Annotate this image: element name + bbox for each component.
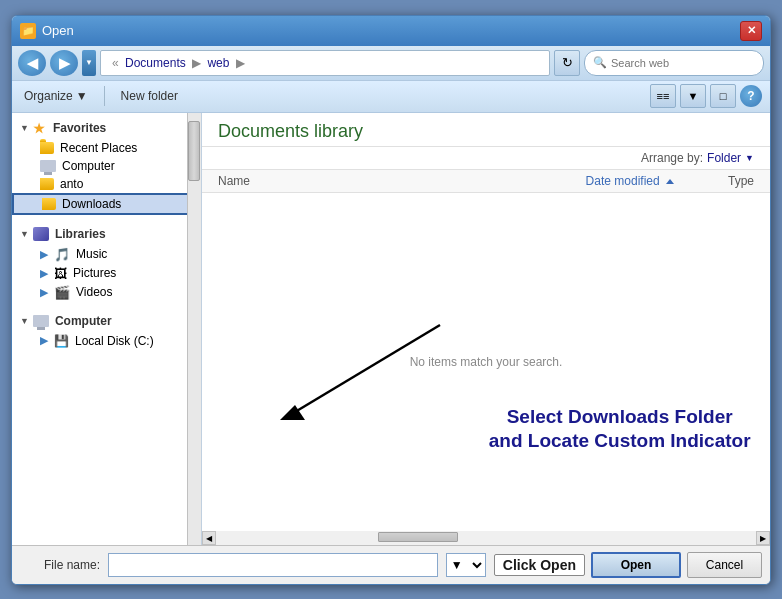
pictures-icon: 🖼 [54,266,67,281]
annotation-line1: Select Downloads Folder [470,405,770,430]
favorites-chevron: ▼ [20,123,29,133]
organize-label: Organize [24,89,73,103]
sidebar-item-anto[interactable]: anto [12,175,201,193]
back-icon: ◀ [27,55,38,71]
music-icon: 🎵 [54,247,70,262]
scroll-track[interactable] [216,531,756,545]
col-name-header[interactable]: Name [218,174,514,188]
sidebar-item-recent-places[interactable]: Recent Places [12,139,201,157]
path-web: web [207,56,229,70]
local-disk-label: Local Disk (C:) [75,334,154,348]
scroll-left-button[interactable]: ◀ [202,531,216,545]
annotation-container: Select Downloads Folder and Locate Custo… [470,325,770,454]
sidebar-libraries-header[interactable]: ▼ Libraries [12,223,201,245]
sidebar-item-pictures[interactable]: ▶ 🖼 Pictures [12,264,201,283]
sort-indicator [666,179,674,184]
path-documents: Documents [122,56,186,70]
computer-section-icon [33,315,49,327]
back-button[interactable]: ◀ [18,50,46,76]
col-type-header[interactable]: Type [674,174,754,188]
toolbar: Organize ▼ New folder ≡≡ ▼ □ ? [12,81,770,113]
sidebar-item-downloads[interactable]: Downloads [12,193,201,215]
sidebar-computer-header[interactable]: ▼ Computer [12,310,201,332]
main-content: ▼ ★ Favorites Recent Places Computer ant… [12,113,770,545]
address-bar: ◀ ▶ ▼ « Documents ▶ web ▶ ↻ 🔍 [12,46,770,81]
scroll-right-button[interactable]: ▶ [756,531,770,545]
address-path[interactable]: « Documents ▶ web ▶ [100,50,550,76]
sidebar-item-computer[interactable]: Computer [12,157,201,175]
libraries-icon [33,227,49,241]
horizontal-scrollbar[interactable]: ◀ ▶ [202,531,770,545]
computer-section-label: Computer [55,314,112,328]
scroll-thumb[interactable] [378,532,458,542]
view-button-list[interactable]: ≡≡ [650,84,676,108]
content-header: Documents library [202,113,770,147]
libraries-label: Libraries [55,227,106,241]
search-box[interactable]: 🔍 [584,50,764,76]
videos-icon: 🎬 [54,285,70,300]
libraries-chevron: ▼ [20,229,29,239]
open-button[interactable]: Open [591,552,681,578]
annotation-line2: and Locate Custom Indicator [470,429,770,454]
path-prefix: « [112,56,119,70]
sidebar: ▼ ★ Favorites Recent Places Computer ant… [12,113,202,545]
filename-input[interactable] [108,553,438,577]
svg-line-0 [290,325,440,415]
close-button[interactable]: ✕ [740,21,762,41]
new-folder-label: New folder [121,89,178,103]
refresh-icon: ↻ [562,55,573,70]
content-body: No items match your search. Select Downl… [202,193,770,531]
help-button[interactable]: ? [740,85,762,107]
dialog-title: Open [42,23,740,38]
sidebar-scrollbar[interactable] [187,113,201,545]
view-dropdown-icon: ▼ [688,90,699,102]
anto-folder-icon [40,178,54,190]
path-sep2: ▶ [232,56,244,70]
bottom-bar: File name: ▼ Click Open Open Cancel [12,545,770,584]
forward-icon: ▶ [59,55,70,71]
search-icon: 🔍 [593,56,607,69]
title-bar: 📁 Open ✕ [12,16,770,46]
file-type-select[interactable]: ▼ [446,553,486,577]
open-dialog: 📁 Open ✕ ◀ ▶ ▼ « Documents ▶ web ▶ ↻ 🔍 [11,15,771,585]
pictures-expand-chevron: ▶ [40,267,48,280]
downloads-folder-icon [42,198,56,210]
music-expand-chevron: ▶ [40,248,48,261]
column-headers: Name Date modified Type [202,170,770,193]
favorites-label: Favorites [53,121,106,135]
sidebar-item-music[interactable]: ▶ 🎵 Music [12,245,201,264]
forward-button[interactable]: ▶ [50,50,78,76]
filename-label: File name: [20,558,100,572]
toolbar-separator [104,86,105,106]
organize-button[interactable]: Organize ▼ [20,87,92,105]
arrange-dropdown-icon[interactable]: ▼ [745,153,754,163]
annotation-arrow [260,305,480,435]
library-title: Documents library [218,121,363,141]
toolbar-right: ≡≡ ▼ □ ? [650,84,762,108]
refresh-button[interactable]: ↻ [554,50,580,76]
local-disk-icon: 💾 [54,334,69,348]
search-input[interactable] [611,57,731,69]
arrange-label: Arrange by: [641,151,703,165]
videos-expand-chevron: ▶ [40,286,48,299]
window-view-icon: □ [720,90,727,102]
anto-label: anto [60,177,83,191]
path-sep1: ▶ [189,56,205,70]
organize-dropdown-icon: ▼ [76,89,88,103]
click-open-label: Click Open [494,554,585,576]
col-date-header: Date modified [514,174,674,188]
view-button-window[interactable]: □ [710,84,736,108]
arrange-value: Folder [707,151,741,165]
computer-label: Computer [62,159,115,173]
nav-dropdown-button[interactable]: ▼ [82,50,96,76]
sidebar-item-local-disk[interactable]: ▶ 💾 Local Disk (C:) [12,332,201,350]
arrange-bar: Arrange by: Folder ▼ [202,147,770,170]
dialog-icon: 📁 [20,23,36,39]
favorites-star-icon: ★ [33,121,47,135]
new-folder-button[interactable]: New folder [117,87,182,105]
sidebar-item-videos[interactable]: ▶ 🎬 Videos [12,283,201,302]
view-dropdown-button[interactable]: ▼ [680,84,706,108]
sidebar-favorites-header[interactable]: ▼ ★ Favorites [12,117,201,139]
cancel-button[interactable]: Cancel [687,552,762,578]
sidebar-scroll-thumb[interactable] [188,121,200,181]
